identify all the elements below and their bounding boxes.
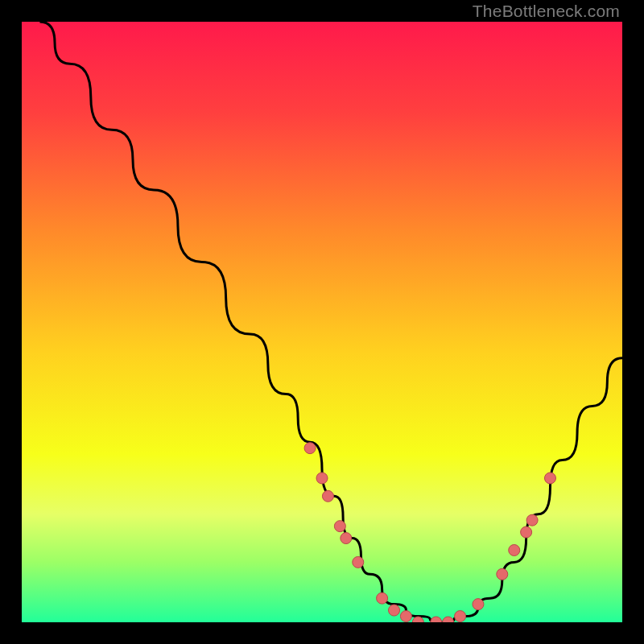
bottleneck-chart (22, 22, 622, 622)
marker-dot (400, 611, 411, 622)
watermark-text: TheBottleneck.com (473, 2, 620, 21)
marker-dot (353, 556, 364, 568)
marker-dot (389, 605, 400, 616)
marker-dot (322, 490, 333, 502)
marker-dot (341, 533, 352, 544)
marker-dot (377, 592, 388, 604)
marker-dot (526, 514, 538, 526)
marker-dot (497, 568, 508, 580)
chart-frame (22, 22, 622, 622)
marker-dot (509, 544, 520, 555)
marker-dot (544, 473, 555, 484)
marker-dot (334, 521, 345, 532)
marker-dot (521, 526, 532, 538)
marker-dot (473, 599, 484, 610)
marker-dot (304, 443, 316, 454)
marker-dot (316, 473, 328, 484)
marker-dot (455, 611, 466, 622)
